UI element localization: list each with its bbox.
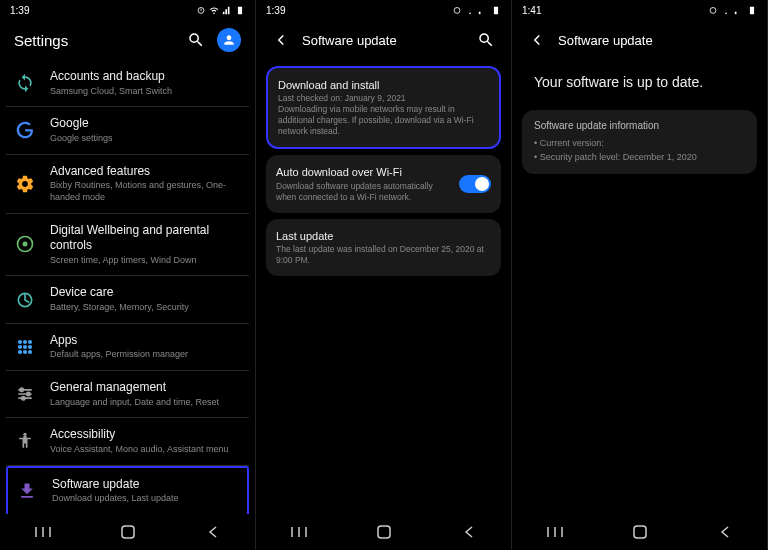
auto-download-toggle-row[interactable]: Auto download over Wi-Fi Download softwa… bbox=[266, 157, 501, 210]
back-button[interactable] bbox=[526, 29, 548, 51]
nav-home[interactable] bbox=[108, 524, 148, 540]
wellbeing-icon bbox=[14, 233, 36, 255]
svg-point-10 bbox=[28, 345, 32, 349]
wifi-icon bbox=[465, 5, 475, 15]
svg-point-3 bbox=[23, 242, 28, 247]
info-title: Software update information bbox=[534, 120, 745, 131]
status-message: Your software is up to date. bbox=[518, 60, 761, 104]
clock: 1:39 bbox=[266, 5, 285, 16]
svg-rect-33 bbox=[634, 526, 646, 538]
info-version: • Current version: bbox=[534, 137, 745, 151]
alarm-icon bbox=[452, 5, 462, 15]
auto-download-card: Auto download over Wi-Fi Download softwa… bbox=[266, 155, 501, 212]
google-icon bbox=[14, 119, 36, 141]
page-title: Software update bbox=[302, 33, 465, 48]
settings-item-general[interactable]: General managementLanguage and input, Da… bbox=[6, 371, 249, 418]
header: Software update bbox=[512, 20, 767, 60]
apps-icon bbox=[14, 336, 36, 358]
status-bar: 1:39 bbox=[0, 0, 255, 20]
software-update-screen: 1:39 Software update Download and instal… bbox=[256, 0, 512, 550]
svg-point-17 bbox=[23, 433, 26, 436]
svg-point-13 bbox=[28, 350, 32, 354]
settings-item-advanced[interactable]: Advanced featuresBixby Routines, Motions… bbox=[6, 155, 249, 214]
download-icon bbox=[16, 480, 38, 502]
search-button[interactable] bbox=[475, 29, 497, 51]
svg-point-8 bbox=[18, 345, 22, 349]
status-icons bbox=[708, 5, 757, 15]
person-icon bbox=[222, 33, 236, 47]
alarm-icon bbox=[196, 5, 206, 15]
device-care-icon bbox=[14, 289, 36, 311]
signal-icon bbox=[222, 5, 232, 15]
auto-download-toggle[interactable] bbox=[459, 175, 491, 193]
nav-back[interactable] bbox=[449, 525, 489, 539]
settings-item-software-update[interactable]: Software updateDownload updates, Last up… bbox=[6, 466, 249, 514]
nav-recents[interactable] bbox=[279, 525, 319, 539]
nav-recents[interactable] bbox=[23, 525, 63, 539]
status-bar: 1:41 bbox=[512, 0, 767, 20]
svg-point-28 bbox=[710, 8, 716, 14]
gear-icon bbox=[14, 173, 36, 195]
status-content: Your software is up to date. Software up… bbox=[512, 60, 767, 514]
back-button[interactable] bbox=[270, 29, 292, 51]
settings-item-accessibility[interactable]: AccessibilityVoice Assistant, Mono audio… bbox=[6, 418, 249, 465]
svg-point-5 bbox=[18, 340, 22, 344]
battery-icon bbox=[747, 5, 757, 15]
status-icons bbox=[452, 5, 501, 15]
sliders-icon bbox=[14, 383, 36, 405]
svg-point-22 bbox=[454, 8, 460, 14]
download-install-card[interactable]: Download and install Last checked on: Ja… bbox=[266, 66, 501, 149]
nav-home[interactable] bbox=[364, 524, 404, 540]
svg-rect-29 bbox=[750, 7, 754, 15]
update-status-screen: 1:41 Software update Your software is up… bbox=[512, 0, 768, 550]
nav-recents[interactable] bbox=[535, 525, 575, 539]
settings-item-device-care[interactable]: Device careBattery, Storage, Memory, Sec… bbox=[6, 276, 249, 323]
svg-point-16 bbox=[22, 397, 25, 400]
clock: 1:41 bbox=[522, 5, 541, 16]
svg-rect-21 bbox=[122, 526, 134, 538]
svg-point-7 bbox=[28, 340, 32, 344]
alarm-icon bbox=[708, 5, 718, 15]
svg-point-15 bbox=[27, 392, 30, 395]
nav-bar bbox=[0, 514, 255, 550]
nav-back[interactable] bbox=[193, 525, 233, 539]
svg-rect-27 bbox=[378, 526, 390, 538]
svg-rect-1 bbox=[238, 7, 242, 15]
nav-back[interactable] bbox=[705, 525, 745, 539]
clock: 1:39 bbox=[10, 5, 29, 16]
chevron-left-icon bbox=[528, 31, 546, 49]
profile-button[interactable] bbox=[217, 28, 241, 52]
search-icon bbox=[187, 31, 205, 49]
update-options: Download and install Last checked on: Ja… bbox=[256, 60, 511, 514]
wifi-icon bbox=[209, 5, 219, 15]
wifi-icon bbox=[721, 5, 731, 15]
settings-item-google[interactable]: GoogleGoogle settings bbox=[6, 107, 249, 154]
signal-icon bbox=[478, 5, 488, 15]
settings-item-apps[interactable]: AppsDefault apps, Permission manager bbox=[6, 324, 249, 371]
settings-item-accounts[interactable]: Accounts and backupSamsung Cloud, Smart … bbox=[6, 60, 249, 107]
settings-list: Accounts and backupSamsung Cloud, Smart … bbox=[0, 60, 255, 514]
svg-point-6 bbox=[23, 340, 27, 344]
status-icons bbox=[196, 5, 245, 15]
nav-home[interactable] bbox=[620, 524, 660, 540]
settings-screen: 1:39 Settings Accounts and backupSamsung… bbox=[0, 0, 256, 550]
sync-icon bbox=[14, 72, 36, 94]
search-icon bbox=[477, 31, 495, 49]
svg-point-11 bbox=[18, 350, 22, 354]
update-info-card: Software update information • Current ve… bbox=[522, 110, 757, 174]
nav-bar bbox=[256, 514, 511, 550]
signal-icon bbox=[734, 5, 744, 15]
battery-icon bbox=[235, 5, 245, 15]
page-title: Software update bbox=[558, 33, 753, 48]
settings-item-wellbeing[interactable]: Digital Wellbeing and parental controlsS… bbox=[6, 214, 249, 277]
search-button[interactable] bbox=[185, 29, 207, 51]
header: Settings bbox=[0, 20, 255, 60]
svg-point-12 bbox=[23, 350, 27, 354]
accessibility-icon bbox=[14, 430, 36, 452]
last-update-card[interactable]: Last update The last update was installe… bbox=[266, 219, 501, 276]
nav-bar bbox=[512, 514, 767, 550]
chevron-left-icon bbox=[272, 31, 290, 49]
status-bar: 1:39 bbox=[256, 0, 511, 20]
page-title: Settings bbox=[14, 32, 175, 49]
battery-icon bbox=[491, 5, 501, 15]
